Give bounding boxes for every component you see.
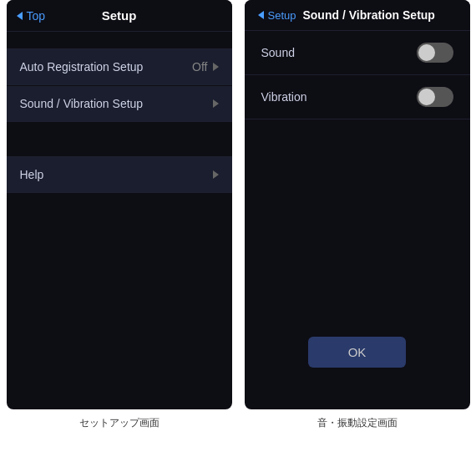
left-caption: セットアップ画面 [79,416,160,430]
vibration-setting-row: Vibration [245,75,470,119]
setup-back-button[interactable]: Setup [258,9,296,22]
sound-vibration-right [213,99,219,108]
help-right [213,170,219,179]
left-screen-title: Setup [102,8,137,23]
left-header: Top Setup [7,0,232,32]
sound-toggle[interactable] [417,43,453,63]
auto-registration-value: Off [192,60,207,74]
right-header: Setup Sound / Vibration Setup [245,0,470,31]
sound-vibration-label: Sound / Vibration Setup [20,97,144,110]
menu-section-2: Help [7,156,232,193]
sound-setting-row: Sound [245,31,470,75]
help-label: Help [20,168,44,181]
auto-registration-right: Off [192,60,218,74]
top-back-button[interactable]: Top [17,9,46,23]
vibration-setting-label: Vibration [261,90,307,104]
sound-toggle-knob [418,44,435,61]
right-phone-screen: Setup Sound / Vibration Setup Sound Vibr… [245,0,470,409]
sound-vibration-chevron-icon [213,99,219,108]
right-screen-title: Sound / Vibration Setup [302,8,434,22]
right-caption: 音・振動設定画面 [317,416,398,430]
left-phone-screen: Top Setup Auto Registration Setup Off So… [7,0,232,409]
auto-registration-item[interactable]: Auto Registration Setup Off [7,48,232,85]
ok-button[interactable]: OK [308,337,407,368]
vibration-toggle[interactable] [417,87,453,107]
help-chevron-icon [213,170,219,179]
back-chevron-icon [17,12,23,20]
right-back-label: Setup [268,9,296,22]
sound-setting-label: Sound [261,46,295,59]
menu-gap [7,123,232,140]
menu-section-1: Auto Registration Setup Off Sound / Vibr… [7,48,232,122]
sound-vibration-item[interactable]: Sound / Vibration Setup [7,86,232,122]
back-label: Top [27,9,46,23]
vibration-toggle-knob [418,89,435,105]
right-back-chevron-icon [258,11,264,19]
ok-button-container: OK [245,337,470,368]
left-screen-wrapper: Top Setup Auto Registration Setup Off So… [0,0,238,430]
auto-registration-label: Auto Registration Setup [20,60,144,74]
right-screen-wrapper: Setup Sound / Vibration Setup Sound Vibr… [238,0,476,430]
help-item[interactable]: Help [7,156,232,193]
auto-registration-chevron-icon [213,63,219,71]
